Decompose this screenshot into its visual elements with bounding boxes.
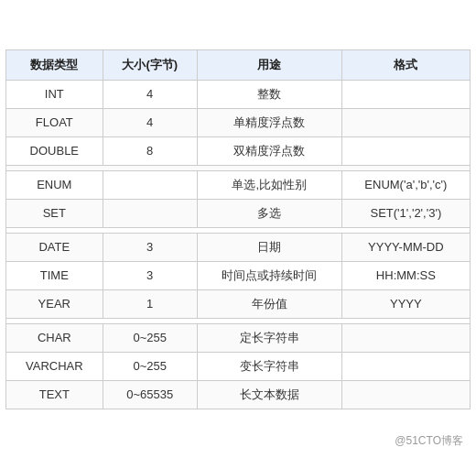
cell-format bbox=[341, 380, 470, 409]
data-types-table: 数据类型 大小(字节) 用途 格式 INT 4 整数 FLOAT 4 单精度浮点… bbox=[5, 49, 471, 409]
cell-size bbox=[103, 199, 197, 227]
cell-usage: 日期 bbox=[197, 233, 341, 261]
cell-format bbox=[341, 80, 470, 108]
cell-size: 3 bbox=[103, 233, 197, 261]
cell-type: FLOAT bbox=[6, 108, 103, 136]
cell-usage: 长文本数据 bbox=[197, 380, 341, 409]
cell-format: ENUM('a','b','c') bbox=[341, 170, 470, 199]
table-row: SET 多选 SET('1','2','3') bbox=[6, 199, 471, 227]
table-row: VARCHAR 0~255 变长字符串 bbox=[6, 352, 471, 380]
table-row: DOUBLE 8 双精度浮点数 bbox=[6, 136, 471, 165]
cell-type: INT bbox=[6, 80, 103, 108]
col-header-usage: 用途 bbox=[197, 49, 341, 80]
cell-usage: 单精度浮点数 bbox=[197, 108, 341, 136]
col-header-format: 格式 bbox=[341, 49, 470, 80]
cell-size: 4 bbox=[103, 80, 197, 108]
cell-type: TEXT bbox=[6, 380, 103, 409]
table-row: TEXT 0~65535 长文本数据 bbox=[6, 380, 471, 409]
cell-type: DATE bbox=[6, 233, 103, 261]
cell-usage: 整数 bbox=[197, 80, 341, 108]
cell-usage: 年份值 bbox=[197, 289, 341, 318]
table-row: ENUM 单选,比如性别 ENUM('a','b','c') bbox=[6, 170, 471, 199]
cell-usage: 多选 bbox=[197, 199, 341, 227]
cell-format bbox=[341, 323, 470, 352]
cell-size: 4 bbox=[103, 108, 197, 136]
cell-type: YEAR bbox=[6, 289, 103, 318]
cell-usage: 单选,比如性别 bbox=[197, 170, 341, 199]
cell-type: VARCHAR bbox=[6, 352, 103, 380]
cell-format: YYYY-MM-DD bbox=[341, 233, 470, 261]
cell-type: ENUM bbox=[6, 170, 103, 199]
cell-usage: 变长字符串 bbox=[197, 352, 341, 380]
cell-format: HH:MM:SS bbox=[341, 261, 470, 289]
cell-type: SET bbox=[6, 199, 103, 227]
cell-type: TIME bbox=[6, 261, 103, 289]
table-row: FLOAT 4 单精度浮点数 bbox=[6, 108, 471, 136]
cell-format bbox=[341, 136, 470, 165]
cell-format bbox=[341, 352, 470, 380]
cell-usage: 时间点或持续时间 bbox=[197, 261, 341, 289]
table-row: TIME 3 时间点或持续时间 HH:MM:SS bbox=[6, 261, 471, 289]
table-row: DATE 3 日期 YYYY-MM-DD bbox=[6, 233, 471, 261]
cell-usage: 定长字符串 bbox=[197, 323, 341, 352]
cell-usage: 双精度浮点数 bbox=[197, 136, 341, 165]
table-row: YEAR 1 年份值 YYYY bbox=[6, 289, 471, 318]
col-header-size: 大小(字节) bbox=[103, 49, 197, 80]
col-header-type: 数据类型 bbox=[6, 49, 103, 80]
table-row: CHAR 0~255 定长字符串 bbox=[6, 323, 471, 352]
cell-size: 3 bbox=[103, 261, 197, 289]
cell-type: DOUBLE bbox=[6, 136, 103, 165]
cell-size: 0~65535 bbox=[103, 380, 197, 409]
cell-format bbox=[341, 108, 470, 136]
cell-size bbox=[103, 170, 197, 199]
cell-size: 0~255 bbox=[103, 352, 197, 380]
cell-format: SET('1','2','3') bbox=[341, 199, 470, 227]
cell-size: 1 bbox=[103, 289, 197, 318]
cell-size: 0~255 bbox=[103, 323, 197, 352]
cell-format: YYYY bbox=[341, 289, 470, 318]
cell-size: 8 bbox=[103, 136, 197, 165]
watermark: @51CTO博客 bbox=[395, 433, 463, 449]
cell-type: CHAR bbox=[6, 323, 103, 352]
table-row: INT 4 整数 bbox=[6, 80, 471, 108]
